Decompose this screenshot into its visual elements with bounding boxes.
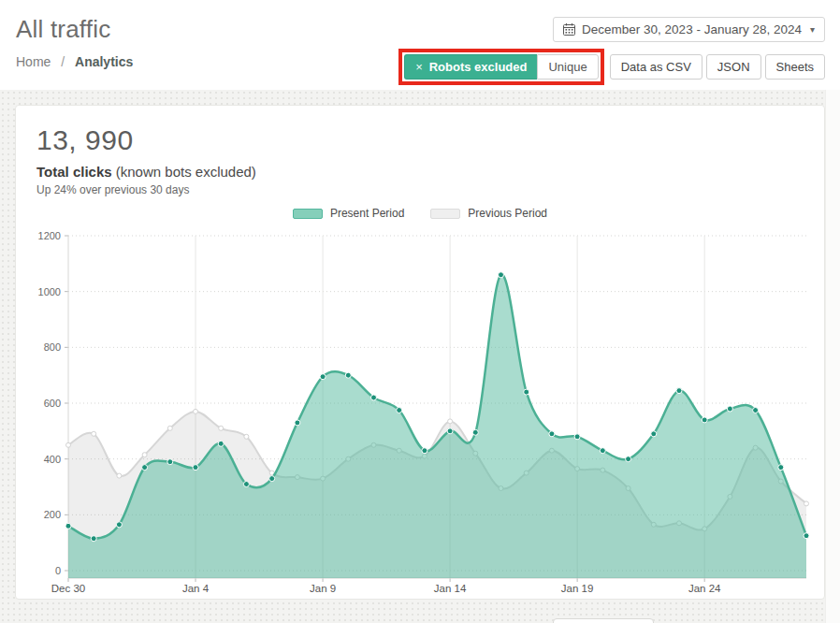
legend-item-present: Present Period [293,207,404,220]
breadcrumb-home-link[interactable]: Home [16,54,51,69]
svg-text:Dec 30: Dec 30 [51,583,85,594]
calendar-icon [563,23,575,36]
page-title: All traffic [16,15,133,44]
svg-text:1000: 1000 [38,286,61,297]
total-clicks-value: 13, 990 [36,124,824,156]
breadcrumb: Home / Analytics [16,54,133,69]
metric-label: Total clicks (known bots excluded) [36,164,824,180]
trend-label: Up 24% over previous 30 days [36,183,824,196]
sheets-export-button[interactable]: Sheets [765,54,825,80]
close-icon[interactable]: × [415,60,423,74]
breadcrumb-separator: / [61,54,65,69]
svg-text:0: 0 [55,565,61,576]
metric-label-bold: Total clicks [36,164,112,180]
svg-text:Jan 4: Jan 4 [182,583,210,594]
date-range-label: December 30, 2023 - January 28, 2024 [582,22,802,36]
partially-visible-box [553,618,654,623]
metric-label-rest: (known bots excluded) [112,164,256,180]
svg-text:1200: 1200 [38,230,61,241]
svg-text:Jan 14: Jan 14 [434,583,467,594]
svg-text:800: 800 [44,341,61,353]
page-header: All traffic Home / Analytics D [0,0,840,90]
legend-item-previous: Previous Period [430,207,547,220]
svg-text:Jan 19: Jan 19 [561,583,594,594]
unique-toggle-button[interactable]: Unique [537,54,598,80]
legend-label-present: Present Period [330,207,404,220]
scrollbar-gutter[interactable] [825,0,840,623]
traffic-chart-card: 13, 990 Total clicks (known bots exclude… [15,105,825,600]
caret-down-icon: ▾ [810,24,815,35]
svg-text:200: 200 [44,509,61,520]
svg-text:Jan 9: Jan 9 [310,583,336,594]
legend-label-previous: Previous Period [468,207,547,220]
svg-text:400: 400 [44,454,61,465]
svg-text:600: 600 [44,398,61,409]
data-as-csv-button[interactable]: Data as CSV [610,54,702,80]
traffic-chart[interactable]: 020040060080010001200Dec 30Jan 4Jan 9Jan… [16,225,818,601]
breadcrumb-current: Analytics [75,54,133,69]
chart-legend: Present Period Previous Period [16,206,824,221]
present-period-swatch-icon [293,209,323,219]
json-export-button[interactable]: JSON [706,54,761,80]
previous-period-swatch-icon [430,209,460,219]
summary-stats: 13, 990 Total clicks (known bots exclude… [16,106,824,196]
robots-excluded-label: Robots excluded [429,60,528,74]
svg-text:Jan 24: Jan 24 [688,583,721,594]
date-range-button[interactable]: December 30, 2023 - January 28, 2024 ▾ [553,17,825,42]
robots-excluded-filter-chip[interactable]: × Robots excluded [404,54,537,80]
